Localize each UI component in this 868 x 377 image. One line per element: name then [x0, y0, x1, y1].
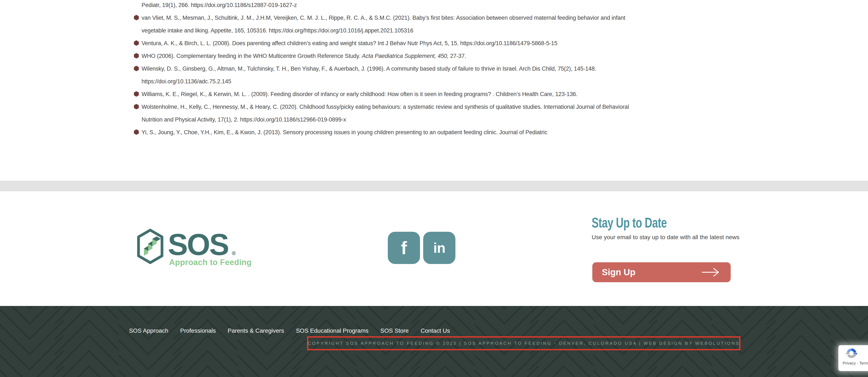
registered-trademark: ® — [232, 250, 236, 256]
citation-bullet-icon — [134, 66, 139, 71]
reference-citation-line: https://doi.org/10.1136/adc.75.2.145 — [142, 75, 868, 88]
citation-bullet-icon — [134, 15, 139, 20]
reference-citation-line: Yi, S., Joung, Y., Choe, Y.H., Kim, E., … — [134, 126, 868, 139]
references-section: Pediatr, 19(1), 266. https://doi.org/10.… — [0, 0, 868, 139]
logo-wordmark: SOS — [168, 228, 228, 262]
citation-bullet-icon — [134, 91, 139, 97]
reference-citation-line: Pediatr, 19(1), 266. https://doi.org/10.… — [142, 0, 868, 11]
sign-up-button[interactable]: Sign Up — [592, 262, 731, 282]
newsletter-title: Stay Up to Date — [592, 214, 667, 231]
facebook-icon: f — [401, 237, 407, 259]
citation-bullet-icon — [134, 53, 139, 59]
reference-citation-line: van Vliet, M. S., Mesman, J., Schultink,… — [134, 11, 868, 24]
footer-nav-link[interactable]: SOS Approach — [129, 326, 168, 335]
sos-hexagon-stairs-icon — [135, 229, 165, 264]
recaptcha-badge[interactable]: Privacy - Terms — [838, 345, 868, 371]
highlighted-copyright-bar: COPYRIGHT SOS APPROACH TO FEEDING © 2025… — [307, 336, 740, 350]
citation-bullet-icon — [134, 40, 139, 46]
newsletter-subtitle: Use your email to stay up to date with a… — [592, 233, 744, 241]
reference-citation-line: Wolstenholme, H., Kelly, C., Hennessy, M… — [134, 100, 868, 113]
sos-logo[interactable]: SOS ® Approach to Feeding — [135, 229, 254, 269]
footer-nav-link[interactable]: Contact Us — [421, 326, 450, 335]
arrow-right-icon — [702, 268, 720, 277]
citation-bullet-icon — [134, 129, 139, 135]
references-list: Pediatr, 19(1), 266. https://doi.org/10.… — [0, 0, 868, 139]
recaptcha-icon — [845, 347, 858, 359]
citation-bullet-icon — [134, 104, 139, 109]
logo-tagline: Approach to Feeding — [169, 258, 252, 267]
footer-nav-link[interactable]: Professionals — [180, 326, 216, 335]
reference-citation-line: WHO (2006). Complementary feeding in the… — [134, 50, 868, 62]
sign-up-label: Sign Up — [602, 267, 636, 277]
reference-citation-line: vegetable intake and liking. Appetite, 1… — [142, 24, 868, 37]
reference-citation-line: Wilensky, D. S., Ginsberg, G., Altman, M… — [134, 62, 868, 75]
linkedin-icon: in — [433, 240, 445, 256]
copyright-text: COPYRIGHT SOS APPROACH TO FEEDING © 2025… — [308, 341, 740, 346]
reference-citation-line: Ventura, A. K., & Birch, L. L. (2008). D… — [134, 37, 868, 50]
footer-nav: SOS ApproachProfessionalsParents & Careg… — [129, 326, 450, 335]
footer-nav-link[interactable]: Parents & Caregivers — [227, 326, 284, 335]
linkedin-button[interactable]: in — [423, 232, 456, 264]
reference-citation-line: Nutrition and Physical Activity, 17(1), … — [142, 113, 868, 126]
footer-nav-link[interactable]: SOS Store — [380, 326, 409, 335]
facebook-button[interactable]: f — [388, 232, 420, 264]
webpage: { "references": { "entries": [ {"bullet"… — [0, 0, 868, 377]
reference-citation-line: Williams, K. E., Riegel, K., & Kerwin, M… — [134, 88, 868, 100]
recaptcha-privacy-terms[interactable]: Privacy - Terms — [843, 361, 868, 366]
footer-nav-link[interactable]: SOS Educational Programs — [296, 326, 368, 335]
section-divider — [0, 181, 868, 191]
